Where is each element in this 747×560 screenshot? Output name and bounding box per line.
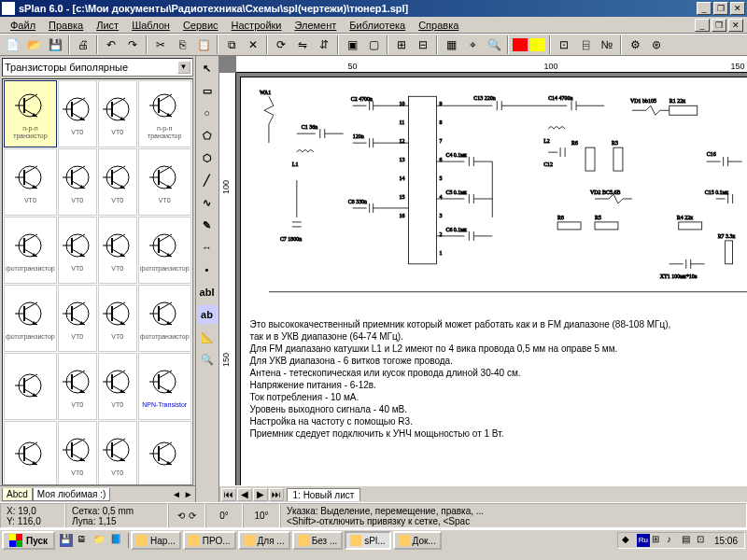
menu-template[interactable]: Шаблон: [125, 19, 176, 32]
open-button[interactable]: 📂: [23, 35, 44, 54]
close-button[interactable]: ✕: [730, 2, 745, 15]
component-cell[interactable]: фототранзистор: [138, 285, 191, 352]
mirror-v-button[interactable]: ⇵: [314, 35, 334, 54]
cut-button[interactable]: ✂: [150, 35, 171, 54]
component-cell[interactable]: NPN-Transistor: [138, 353, 191, 420]
tray-icon-2[interactable]: ⊞: [652, 534, 665, 547]
component-cell[interactable]: VT0: [58, 285, 97, 352]
menu-help[interactable]: Справка: [412, 19, 465, 32]
left-tab-abcd[interactable]: Abcd: [2, 488, 33, 501]
menu-sheet[interactable]: Лист: [90, 19, 125, 32]
paste-button[interactable]: 📋: [193, 35, 214, 54]
component-cell[interactable]: VT0: [98, 285, 137, 352]
maximize-button[interactable]: ❐: [713, 2, 728, 15]
library-button[interactable]: ⌸: [575, 35, 596, 54]
copy-button[interactable]: ⎘: [172, 35, 192, 54]
measure-tool[interactable]: 📐: [196, 327, 218, 347]
back-button[interactable]: ▢: [363, 35, 384, 54]
zoom-button[interactable]: 🔍: [484, 35, 504, 54]
component-cell[interactable]: [4, 421, 57, 485]
task-button[interactable]: sPl...: [345, 531, 390, 550]
component-cell[interactable]: VT0: [4, 148, 57, 216]
component-cell[interactable]: VT0: [98, 148, 137, 216]
component-cell[interactable]: VT0: [98, 421, 137, 485]
mdi-minimize-button[interactable]: _: [695, 19, 710, 32]
tray-icon-1[interactable]: ◆: [622, 534, 635, 547]
special-tool[interactable]: ⬠: [196, 125, 218, 146]
start-button[interactable]: Пуск: [2, 531, 55, 550]
category-combo[interactable]: Транзисторы биполярные ▼: [2, 58, 193, 77]
sheet-tab-1[interactable]: 1: Новый лист: [287, 488, 361, 501]
delete-button[interactable]: ✕: [243, 35, 263, 54]
canvas-scroll[interactable]: WA1 1011 1213 1415 16 98 76 54 32 1: [236, 73, 747, 485]
node-tool[interactable]: •: [196, 259, 218, 280]
component-cell[interactable]: n-p-n транзистор: [4, 80, 57, 147]
color-fg-button[interactable]: [512, 37, 529, 52]
duplicate-button[interactable]: ⧉: [221, 35, 242, 54]
grid-button[interactable]: ▦: [441, 35, 461, 54]
mdi-maximize-button[interactable]: ❐: [712, 19, 726, 32]
drawing-sheet[interactable]: WA1 1011 1213 1415 16 98 76 54 32 1: [240, 77, 747, 485]
redo-button[interactable]: ↷: [122, 35, 143, 54]
task-button[interactable]: ПРО...: [183, 531, 236, 550]
left-tab-favorite[interactable]: Моя любимая :): [33, 488, 111, 501]
menu-edit[interactable]: Правка: [42, 19, 90, 32]
component-button[interactable]: ⊡: [554, 35, 574, 54]
menu-file[interactable]: Файл: [4, 19, 42, 32]
task-button[interactable]: Док...: [393, 531, 442, 550]
zoom-tool[interactable]: 🔍: [196, 349, 218, 370]
ql-b-icon[interactable]: 📘: [109, 533, 124, 548]
snap-button[interactable]: ⌖: [462, 35, 483, 54]
ql-a-icon[interactable]: 📁: [92, 533, 107, 548]
status-angle-b[interactable]: 10°: [243, 503, 280, 528]
menu-settings[interactable]: Настройки: [225, 19, 289, 32]
component-cell[interactable]: VT0: [58, 148, 97, 216]
rotate-right-icon[interactable]: ⟳: [189, 511, 196, 521]
menu-element[interactable]: Элемент: [288, 19, 343, 32]
menu-service[interactable]: Сервис: [176, 19, 225, 32]
task-button[interactable]: Без ...: [292, 531, 344, 550]
component-cell[interactable]: VT0: [98, 80, 137, 147]
tray-icon-4[interactable]: ▤: [682, 534, 695, 547]
tool-a-button[interactable]: ⚙: [625, 35, 645, 54]
select-tool[interactable]: ↖: [196, 58, 218, 78]
ql-save-icon[interactable]: 💾: [59, 533, 74, 548]
component-cell[interactable]: VT0: [98, 353, 137, 420]
renumber-button[interactable]: №: [597, 35, 617, 54]
text-label-tool[interactable]: abI: [196, 282, 218, 302]
circle-tool[interactable]: ○: [196, 103, 218, 123]
dimension-tool[interactable]: ↔: [196, 237, 218, 258]
component-cell[interactable]: VT0: [98, 217, 137, 284]
save-button[interactable]: 💾: [45, 35, 65, 54]
curve-tool[interactable]: ∿: [196, 192, 218, 213]
sheet-last-button[interactable]: ⏭: [269, 488, 284, 501]
group-button[interactable]: ⊞: [391, 35, 412, 54]
task-button[interactable]: Для ...: [238, 531, 290, 550]
tray-icon-3[interactable]: ♪: [667, 534, 680, 547]
component-cell[interactable]: фототранзистор: [138, 217, 191, 284]
component-cell[interactable]: VT0: [58, 80, 97, 147]
ungroup-button[interactable]: ⊟: [413, 35, 433, 54]
clock[interactable]: 15:06: [712, 536, 740, 546]
mirror-h-button[interactable]: ⇋: [292, 35, 313, 54]
tool-b-button[interactable]: ⊛: [646, 35, 667, 54]
component-cell[interactable]: VT0: [58, 353, 97, 420]
line-tool[interactable]: ╱: [196, 170, 218, 190]
chevron-down-icon[interactable]: ▼: [177, 61, 190, 74]
component-cell[interactable]: фототранзистор: [4, 285, 57, 352]
ql-desktop-icon[interactable]: 🖥: [76, 533, 91, 548]
task-button[interactable]: Нар...: [131, 531, 181, 550]
text-tool[interactable]: ab: [196, 304, 218, 325]
tray-lang-icon[interactable]: Ru: [637, 534, 650, 547]
rotate-left-icon[interactable]: ⟲: [177, 511, 185, 521]
component-cell[interactable]: VT0: [58, 217, 97, 284]
minimize-button[interactable]: _: [697, 2, 712, 15]
color-bg-button[interactable]: [529, 37, 546, 52]
component-cell[interactable]: VT0: [138, 148, 191, 216]
sheet-first-button[interactable]: ⏮: [221, 488, 236, 501]
polygon-tool[interactable]: ⬡: [196, 147, 218, 168]
sheet-next-button[interactable]: ▶: [253, 488, 268, 501]
tray-icon-5[interactable]: ⊡: [697, 534, 710, 547]
menu-library[interactable]: Библиотека: [343, 19, 412, 32]
new-button[interactable]: 📄: [2, 35, 22, 54]
